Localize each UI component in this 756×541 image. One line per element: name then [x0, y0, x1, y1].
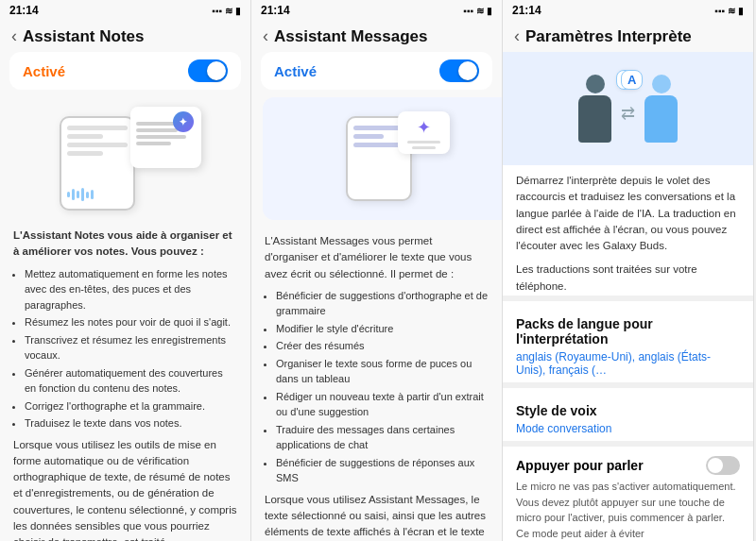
battery-icon: ▮ [235, 6, 241, 16]
wifi-icon: ≋ [728, 6, 735, 16]
wave-bar [77, 191, 79, 198]
signal-icon: ▪▪▪ [714, 6, 725, 16]
content-2: L'Assistant Messages vous permet d'organ… [251, 226, 502, 541]
note-line [136, 135, 187, 139]
description-bold-1: L'Assistant Notes vous aide à organiser … [13, 228, 237, 261]
mock-line [353, 134, 384, 139]
back-button-2[interactable]: ‹ [263, 26, 268, 46]
bullet-item: Traduisez le texte dans vos notes. [25, 415, 237, 431]
mock-line [67, 126, 128, 130]
card-line [407, 141, 440, 144]
panel-assistant-notes: 21:14 ▪▪▪ ≋ ▮ ‹ Assistant Notes Activé [0, 0, 251, 541]
time-1: 21:14 [9, 4, 39, 17]
panel-parametres-interprete: 21:14 ▪▪▪ ≋ ▮ ‹ Paramètres Interprète 가 … [503, 0, 754, 541]
content-3: Démarrez l'interprète depuis le volet de… [503, 165, 753, 296]
press-to-talk-toggle[interactable] [706, 456, 740, 475]
bullet-item: Corrigez l'orthographe et la grammaire. [25, 398, 237, 414]
sparkle-card: ✦ [398, 111, 450, 154]
toggle-row-2: Activé [261, 52, 492, 90]
back-button-3[interactable]: ‹ [514, 26, 520, 46]
bullet-item: Créer des résumés [276, 338, 489, 354]
signal-icon: ▪▪▪ [212, 6, 222, 16]
active-label-1: Activé [23, 63, 65, 79]
note-line [136, 142, 172, 145]
header-1: ‹ Assistant Notes [0, 21, 250, 52]
status-bar-3: 21:14 ▪▪▪ ≋ ▮ [503, 0, 753, 21]
toggle-switch-1[interactable] [188, 59, 228, 82]
bullet-list-2: Bénéficier de suggestions d'orthographe … [276, 288, 489, 486]
mock-line [67, 134, 103, 139]
status-bar-2: 21:14 ▪▪▪ ≋ ▮ [251, 0, 502, 21]
intro-text-2: L'Assistant Messages vous permet d'organ… [265, 233, 489, 282]
battery-icon: ▮ [738, 6, 744, 16]
signal-icon: ▪▪▪ [463, 6, 473, 16]
waveform [67, 188, 94, 201]
toggle-switch-2[interactable] [439, 59, 479, 82]
press-to-talk-label: Appuyer pour parler [516, 458, 644, 473]
voice-style-value[interactable]: Mode conversation [503, 422, 753, 441]
bullet-item: Résumez les notes pour voir de quoi il s… [25, 314, 237, 330]
illustration-1: ✦ [0, 97, 250, 220]
person-left: 가 [578, 75, 611, 143]
press-to-talk-section: Appuyer pour parler Le micro ne vas pas … [503, 452, 753, 541]
header-2: ‹ Assistant Messages [251, 21, 502, 52]
card-line [412, 146, 436, 149]
wifi-icon: ≋ [225, 6, 232, 16]
press-to-talk-desc: Le micro ne vas pas s'activer automatiqu… [516, 479, 740, 541]
wave-bar [91, 190, 94, 199]
bullet-item: Traduire des messages dans certaines app… [276, 422, 489, 453]
illustration-2: ✦ [263, 97, 503, 220]
people-group: 가 ⇄ A [578, 75, 678, 143]
mock-line [67, 143, 128, 147]
ai-badge: ✦ [173, 111, 194, 132]
time-2: 21:14 [261, 4, 290, 17]
divider-2 [503, 382, 753, 388]
wave-bar [81, 188, 84, 201]
bullet-item: Bénéficier de suggestions d'orthographe … [276, 288, 489, 319]
lang-packs-value[interactable]: anglais (Royaume-Uni), anglais (États-Un… [503, 350, 753, 382]
voice-style-title: Style de voix [503, 403, 753, 418]
note-card: ✦ [130, 107, 201, 168]
body-left [578, 95, 611, 143]
status-bar-1: 21:14 ▪▪▪ ≋ ▮ [0, 0, 250, 21]
wave-bar [86, 192, 89, 198]
wave-bar [72, 189, 75, 200]
divider-3 [503, 441, 753, 447]
sparkle-icon: ✦ [417, 117, 431, 138]
time-3: 21:14 [512, 4, 541, 17]
toggle-row-1: Activé [9, 52, 241, 90]
body-right [644, 95, 678, 143]
status-icons-3: ▪▪▪ ≋ ▮ [714, 6, 744, 16]
mock-line [353, 143, 404, 147]
phone-mockup [60, 116, 135, 211]
panel-assistant-messages: 21:14 ▪▪▪ ≋ ▮ ‹ Assistant Messages Activ… [251, 0, 503, 541]
header-3: ‹ Paramètres Interprète [503, 21, 753, 52]
mock-line [353, 126, 404, 130]
note-line [136, 128, 178, 132]
bullet-item: Transcrivez et résumez les enregistremen… [25, 332, 237, 363]
mock-line [67, 151, 103, 156]
battery-icon: ▮ [487, 6, 492, 16]
speech-bubble-a: A [621, 70, 643, 90]
status-icons-2: ▪▪▪ ≋ ▮ [463, 6, 492, 16]
bullet-item: Générer automatiquement des couvertures … [25, 365, 237, 397]
page-title-2: Assistant Messages [274, 27, 428, 46]
bullet-item: Modifier le style d'écriture [276, 321, 489, 337]
bottom-text-1: Lorsque vous utilisez les outils de mise… [13, 437, 237, 542]
wifi-icon: ≋ [476, 6, 484, 16]
head-left [586, 75, 605, 93]
content-1: L'Assistant Notes vous aide à organiser … [0, 220, 250, 541]
bullet-item: Organiser le texte sous forme de puces o… [276, 356, 489, 387]
second-description: Les traductions sont traitées sur votre … [516, 262, 740, 295]
bullet-list-1: Mettez automatiquement en forme les note… [25, 266, 237, 431]
bullet-item: Rédiger un nouveau texte à partir d'un e… [276, 389, 489, 420]
bullet-item: Mettez automatiquement en forme les note… [25, 266, 237, 313]
status-icons-1: ▪▪▪ ≋ ▮ [212, 6, 241, 16]
back-button-1[interactable]: ‹ [11, 26, 17, 46]
wave-bar [67, 192, 70, 197]
active-label-2: Activé [274, 63, 317, 79]
press-to-talk-row: Appuyer pour parler [516, 452, 740, 479]
person-right: A [644, 75, 678, 143]
head-right [652, 75, 671, 93]
bullet-item: Bénéficier de suggestions de réponses au… [276, 455, 489, 486]
